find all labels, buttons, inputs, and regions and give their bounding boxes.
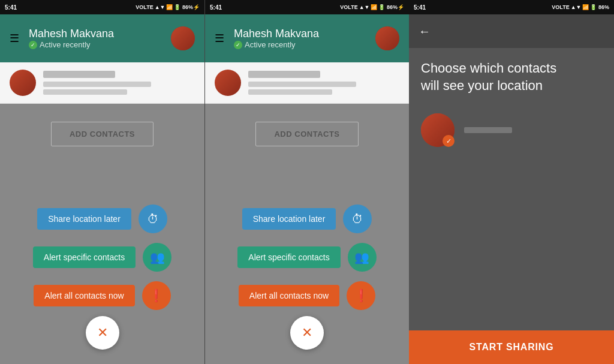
share-location-icon-2[interactable]: ⏱ — [343, 204, 372, 233]
contact-row-right[interactable]: ✓ — [421, 109, 602, 152]
header-avatar-2 — [375, 26, 399, 50]
check-icon: ✓ — [446, 137, 452, 145]
alert-specific-icon-1[interactable]: 👥 — [143, 243, 171, 272]
contact-name-1 — [43, 71, 115, 78]
fab-row-alert-all-1: Alert all contacts now ❗ — [34, 281, 170, 310]
contact-desc2-2 — [248, 89, 332, 95]
menu-icon-1[interactable] — [10, 32, 19, 45]
contact-name-right — [464, 127, 512, 133]
contact-desc2-1 — [43, 89, 127, 95]
fab-row-alert-specific-1: Alert specific contacts 👥 — [33, 243, 171, 272]
time-right: 5:41 — [414, 4, 426, 11]
right-panel: 5:41 VOLTE ▲▼ 📶 🔋 86% ← Choose which con… — [409, 0, 614, 364]
time-2: 5:41 — [210, 4, 222, 11]
contact-card-2 — [205, 62, 409, 104]
alert-all-icon-2[interactable]: ❗ — [347, 281, 375, 310]
signal-icons-1: VOLTE — [136, 4, 153, 10]
header-title-1: Mahesh Makvana — [29, 28, 161, 40]
fab-items-1: Share location later ⏱ Alert specific co… — [0, 204, 204, 310]
right-body: Choose which contactswill see your locat… — [409, 48, 614, 330]
status-bar-2: 5:41 VOLTE ▲▼ 📶 🔋 86%⚡ — [205, 0, 409, 14]
panel-1: 5:41 VOLTE ▲▼ 📶 🔋 86%⚡ Mahesh Makvana ✓ … — [0, 0, 204, 364]
header-subtitle-1: ✓ Active recently — [29, 40, 161, 49]
header-1: Mahesh Makvana ✓ Active recently — [0, 14, 204, 62]
contact-avatar-1 — [10, 70, 36, 96]
alert-specific-1[interactable]: Alert specific contacts — [33, 246, 136, 268]
contact-avatar-2 — [215, 70, 241, 96]
active-check-2: ✓ — [234, 41, 242, 49]
share-location-icon-1[interactable]: ⏱ — [139, 204, 167, 233]
fab-items-2: Share location later ⏱ Alert specific co… — [205, 204, 409, 310]
check-badge: ✓ — [443, 135, 455, 147]
right-header-bar: ← — [409, 14, 614, 48]
header-title-2: Mahesh Makvana — [234, 28, 366, 40]
share-location-later-2[interactable]: Share location later — [242, 208, 336, 230]
contact-card-1 — [0, 62, 204, 104]
status-bar-right: 5:41 VOLTE ▲▼ 📶 🔋 86% — [409, 0, 614, 14]
alert-all-1[interactable]: Alert all contacts now — [34, 285, 134, 306]
alert-specific-icon-2[interactable]: 👥 — [348, 243, 377, 272]
header-subtitle-2: ✓ Active recently — [234, 40, 366, 49]
main-content-1: ADD CONTACTS Share location later ⏱ Aler… — [0, 104, 204, 364]
fab-row-share-2: Share location later ⏱ — [242, 204, 372, 233]
panel-2: 5:41 VOLTE ▲▼ 📶 🔋 86%⚡ Mahesh Makvana ✓ … — [204, 0, 409, 364]
close-icon-1: ✕ — [97, 325, 108, 341]
share-location-later-1[interactable]: Share location later — [37, 208, 131, 230]
choose-title: Choose which contactswill see your locat… — [421, 60, 602, 94]
status-bar-1: 5:41 VOLTE ▲▼ 📶 🔋 86%⚡ — [0, 0, 204, 14]
close-icon-2: ✕ — [302, 325, 312, 341]
fab-row-share-1: Share location later ⏱ — [37, 204, 167, 233]
alert-all-icon-1[interactable]: ❗ — [142, 281, 171, 310]
header-2: Mahesh Makvana ✓ Active recently — [205, 14, 409, 62]
contact-name-2 — [248, 71, 320, 78]
contact-desc-2 — [248, 82, 356, 87]
alert-specific-2[interactable]: Alert specific contacts — [237, 246, 340, 268]
add-contacts-btn-2[interactable]: ADD CONTACTS — [255, 122, 358, 146]
menu-icon-2[interactable] — [215, 32, 224, 45]
time-1: 5:41 — [5, 4, 17, 11]
add-contacts-btn-1[interactable]: ADD CONTACTS — [51, 122, 154, 146]
close-fab-2[interactable]: ✕ — [290, 316, 324, 350]
contact-desc-1 — [43, 82, 151, 87]
start-sharing-button[interactable]: START SHARING — [409, 330, 614, 364]
contact-circle-right: ✓ — [421, 113, 455, 147]
back-button[interactable]: ← — [419, 25, 431, 38]
fab-row-alert-all-2: Alert all contacts now ❗ — [239, 281, 375, 310]
fab-row-alert-specific-2: Alert specific contacts 👥 — [237, 243, 376, 272]
main-content-2: ADD CONTACTS Share location later ⏱ Aler… — [205, 104, 409, 364]
header-avatar-1 — [171, 26, 195, 50]
close-fab-1[interactable]: ✕ — [86, 316, 119, 350]
active-check-1: ✓ — [29, 41, 37, 49]
alert-all-2[interactable]: Alert all contacts now — [239, 285, 339, 306]
signal-icons-2: VOLTE — [340, 4, 357, 10]
